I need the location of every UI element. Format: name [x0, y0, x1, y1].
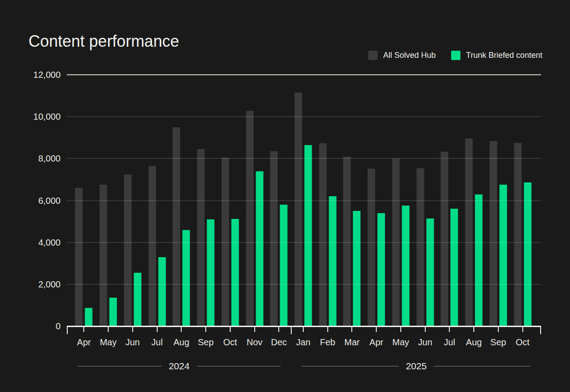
bar-all-solved-hub	[489, 141, 497, 326]
x-tick	[522, 327, 523, 332]
bar-trunk-briefed-content	[256, 171, 263, 326]
axis-boundary-tick	[67, 327, 68, 334]
x-tick	[157, 327, 158, 332]
x-tick-label: Jan	[291, 337, 316, 348]
axis-boundary-tick	[291, 327, 292, 334]
x-tick-label: Apr	[72, 337, 96, 348]
x-tick-label: Sep	[194, 337, 218, 348]
bar-all-solved-hub	[441, 152, 448, 326]
axis-boundary-tick	[540, 327, 541, 334]
bar-trunk-briefed-content	[134, 273, 141, 326]
bar-trunk-briefed-content	[524, 182, 531, 326]
bar-trunk-briefed-content	[207, 219, 215, 326]
bar-all-solved-hub	[416, 168, 424, 326]
bar-trunk-briefed-content	[85, 308, 93, 326]
x-tick	[205, 327, 206, 332]
x-tick-label: Jun	[120, 337, 145, 348]
x-tick-label: Jun	[413, 337, 437, 348]
y-tick-label: 2,000	[16, 279, 61, 290]
x-tick-label: Feb	[315, 337, 340, 348]
bar-all-solved-hub	[197, 149, 205, 326]
x-tick-label: Aug	[169, 337, 194, 348]
legend-label: Trunk Briefed content	[466, 51, 542, 60]
x-tick	[376, 327, 377, 332]
x-tick-label: May	[389, 337, 413, 348]
bar-trunk-briefed-content	[475, 194, 483, 326]
year-divider-line	[77, 366, 162, 367]
x-tick	[425, 327, 426, 332]
bar-trunk-briefed-content	[451, 209, 458, 326]
legend-swatch-trunk-briefed-content	[451, 51, 460, 60]
y-tick-label: 0	[16, 320, 61, 332]
bar-all-solved-hub	[294, 93, 302, 326]
x-tick	[473, 327, 474, 332]
bar-trunk-briefed-content	[110, 298, 117, 326]
bar-trunk-briefed-content	[158, 257, 166, 326]
chart-canvas: Content performance All Solved HubTrunk …	[0, 0, 570, 392]
year-divider-line	[197, 366, 281, 367]
bar-trunk-briefed-content	[183, 230, 190, 326]
year-section-2024: 2024	[67, 360, 291, 373]
gridline	[67, 242, 541, 243]
legend-item-trunk-briefed-content: Trunk Briefed content	[451, 51, 542, 60]
x-tick-label: May	[96, 337, 121, 348]
legend-swatch-all-solved-hub	[368, 51, 378, 60]
bar-trunk-briefed-content	[304, 145, 312, 326]
bar-trunk-briefed-content	[499, 185, 507, 326]
bar-all-solved-hub	[270, 151, 278, 326]
x-tick	[132, 327, 133, 332]
bar-all-solved-hub	[343, 157, 351, 326]
bar-all-solved-hub	[465, 138, 473, 326]
bar-all-solved-hub	[100, 185, 107, 326]
x-tick	[449, 327, 450, 332]
bar-all-solved-hub	[148, 166, 156, 326]
x-tick-label: Mar	[340, 337, 364, 348]
bar-all-solved-hub	[173, 127, 180, 326]
x-tick-label: Aug	[462, 337, 486, 348]
y-tick-label: 6,000	[16, 195, 61, 206]
x-tick	[303, 327, 304, 332]
y-tick-label: 8,000	[16, 153, 61, 164]
bar-all-solved-hub	[319, 143, 326, 326]
x-tick-label: Dec	[267, 337, 291, 348]
x-tick	[83, 327, 84, 332]
gridline	[67, 116, 541, 117]
gridline	[67, 284, 541, 285]
bar-trunk-briefed-content	[426, 218, 434, 326]
x-tick-label: Nov	[242, 337, 267, 348]
plot-area	[67, 75, 541, 326]
bar-all-solved-hub	[75, 188, 83, 326]
bar-all-solved-hub	[124, 174, 131, 326]
bar-trunk-briefed-content	[329, 196, 336, 326]
bar-all-solved-hub	[514, 143, 521, 326]
bar-all-solved-hub	[368, 169, 375, 326]
bar-trunk-briefed-content	[231, 219, 239, 326]
bar-trunk-briefed-content	[280, 205, 288, 326]
x-tick-label: Apr	[364, 337, 389, 348]
x-tick	[278, 327, 279, 332]
legend-label: All Solved Hub	[383, 51, 436, 60]
gridline	[67, 158, 541, 159]
year-divider-line	[434, 366, 530, 367]
x-tick-label: Oct	[218, 337, 242, 348]
x-tick-label: Oct	[510, 337, 535, 348]
year-label: 2025	[406, 361, 427, 372]
x-axis-line	[67, 326, 541, 327]
bar-trunk-briefed-content	[353, 211, 361, 326]
year-label: 2024	[169, 361, 190, 372]
y-tick-label: 10,000	[16, 111, 61, 122]
chart-title: Content performance	[28, 32, 179, 51]
x-tick	[108, 327, 109, 332]
x-tick	[327, 327, 328, 332]
y-tick-label: 12,000	[16, 69, 61, 81]
legend: All Solved HubTrunk Briefed content	[368, 51, 543, 60]
legend-item-all-solved-hub: All Solved Hub	[368, 51, 436, 60]
year-sections: 20242025	[67, 360, 541, 373]
year-section-2025: 2025	[291, 360, 541, 373]
bar-all-solved-hub	[246, 111, 253, 326]
x-tick	[254, 327, 255, 332]
x-tick-label: Jul	[145, 337, 169, 348]
x-axis-labels: AprMayJunJulAugSepOctNovDecJanFebMarAprM…	[72, 337, 535, 348]
y-tick-label: 4,000	[16, 237, 61, 248]
x-tick	[351, 327, 352, 332]
